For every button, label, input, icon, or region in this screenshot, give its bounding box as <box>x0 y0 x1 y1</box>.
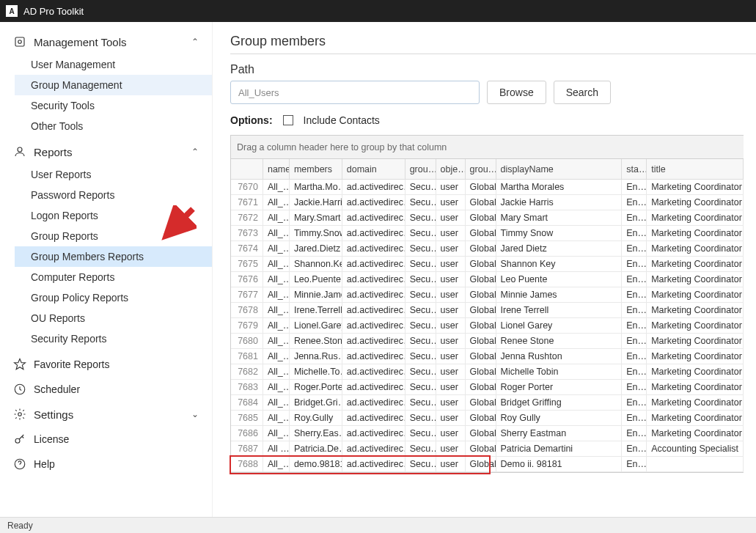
cell: Secu… <box>405 272 436 287</box>
cell: Lionel.Garey <box>290 318 342 333</box>
cell: 7685 <box>231 411 263 425</box>
cell: Global <box>466 287 496 302</box>
cell: En… <box>622 380 647 394</box>
column-header[interactable]: sta… <box>622 159 647 179</box>
svg-point-5 <box>18 413 22 416</box>
table-row[interactable]: 7684All_…Bridget.Gri…ad.activedirec…Secu… <box>231 395 744 411</box>
cell: ad.activedirec… <box>342 334 405 348</box>
table-row[interactable]: 7683All_…Roger.Porterad.activedirec…Secu… <box>231 380 744 395</box>
cell: Shannon.Key <box>290 257 342 271</box>
nav-management-tools[interactable]: Management Tools ⌃ <box>0 29 212 54</box>
cell: En… <box>622 257 647 271</box>
cell: user <box>436 318 466 333</box>
browse-button[interactable]: Browse <box>487 81 546 104</box>
status-bar: Ready <box>0 517 756 533</box>
cell: ad.activedirec… <box>342 287 405 302</box>
cell: All_… <box>263 272 290 287</box>
cell: Secu… <box>405 180 436 194</box>
cell: All_… <box>263 380 290 394</box>
cell: All_… <box>263 364 290 379</box>
cell: ad.activedirec… <box>342 457 405 471</box>
column-header[interactable]: grou… <box>466 159 496 179</box>
sidebar-item-logon-reports[interactable]: Logon Reports <box>15 205 212 226</box>
table-row[interactable]: 7687All …Patricia.De…ad.activedirec…Secu… <box>231 441 744 457</box>
sidebar-item-security-tools[interactable]: Security Tools <box>15 95 212 116</box>
cell: ad.activedirec… <box>342 241 405 256</box>
sidebar-item-group-policy-reports[interactable]: Group Policy Reports <box>15 287 212 308</box>
table-row[interactable]: 7672All_…Mary.Smartad.activedirec…Secu…u… <box>231 210 744 226</box>
cell: Global <box>466 257 496 271</box>
table-row[interactable]: 7686All_…Sherry.Eas…ad.activedirec…Secu…… <box>231 426 744 441</box>
nav-reports-label: Reports <box>34 146 73 158</box>
include-contacts-label: Include Contacts <box>304 114 380 126</box>
grid-group-hint[interactable]: Drag a column header here to group by th… <box>231 136 744 159</box>
include-contacts-checkbox[interactable] <box>283 115 293 125</box>
sidebar-item-group-members-reports[interactable]: Group Members Reports <box>15 246 212 267</box>
cell: Renee.Stone <box>290 334 342 348</box>
sidebar-item-ou-reports[interactable]: OU Reports <box>15 308 212 328</box>
cell: 7684 <box>231 395 263 410</box>
cell: Marketing Coordinator <box>647 395 744 410</box>
search-button[interactable]: Search <box>554 81 611 104</box>
nav-settings[interactable]: Settings ⌄ <box>0 402 212 427</box>
cell: Marketing Coordinator <box>647 426 744 441</box>
nav-scheduler[interactable]: Scheduler <box>0 377 212 402</box>
cell: user <box>436 457 466 471</box>
column-header[interactable]: grou… <box>405 159 436 179</box>
column-header[interactable]: obje… <box>436 159 466 179</box>
sidebar-item-user-reports[interactable]: User Reports <box>15 164 212 185</box>
column-header[interactable] <box>231 159 263 179</box>
table-row[interactable]: 7678All_…Irene.Terrellad.activedirec…Sec… <box>231 303 744 318</box>
cell: Marketing Coordinator <box>647 287 744 302</box>
cell: Global <box>466 195 496 210</box>
table-row[interactable]: 7673All_…Timmy.Snowad.activedirec…Secu…u… <box>231 226 744 241</box>
column-header[interactable]: title <box>647 159 744 179</box>
cell: En… <box>622 349 647 364</box>
cell: Secu… <box>405 303 436 317</box>
table-row[interactable]: 7685All_…Roy.Gullyad.activedirec…Secu…us… <box>231 411 744 426</box>
sidebar-item-group-management[interactable]: Group Management <box>15 75 212 95</box>
app-title: AD Pro Toolkit <box>23 6 84 17</box>
sidebar-item-security-reports[interactable]: Security Reports <box>15 328 212 349</box>
column-header[interactable]: displayName <box>496 159 623 179</box>
table-row[interactable]: 7670All_…Martha.Mo…ad.activedirec…Secu…u… <box>231 180 744 195</box>
cell: Global <box>466 303 496 317</box>
cell: En… <box>622 226 647 240</box>
nav-favorite-reports[interactable]: Favorite Reports <box>0 352 212 377</box>
cell: Martha Morales <box>496 180 623 194</box>
cell: 7678 <box>231 303 263 317</box>
table-row[interactable]: 7680All_…Renee.Stonead.activedirec…Secu…… <box>231 334 744 349</box>
sidebar-item-group-reports[interactable]: Group Reports <box>15 226 212 246</box>
cell: En… <box>622 241 647 256</box>
sidebar-item-password-reports[interactable]: Password Reports <box>15 185 212 205</box>
column-header[interactable]: name <box>263 159 290 179</box>
cell: Secu… <box>405 441 436 456</box>
cell: All_… <box>263 195 290 210</box>
nav-help[interactable]: Help <box>0 452 212 477</box>
sidebar-item-user-management[interactable]: User Management <box>15 54 212 75</box>
table-row[interactable]: 7679All_…Lionel.Gareyad.activedirec…Secu… <box>231 318 744 334</box>
cell: En… <box>622 457 647 471</box>
table-row[interactable]: 7677All_…Minnie.Jamesad.activedirec…Secu… <box>231 287 744 303</box>
cell: demo.98181 <box>290 457 342 471</box>
sidebar-item-other-tools[interactable]: Other Tools <box>15 116 212 136</box>
path-input[interactable] <box>230 81 480 104</box>
sidebar-item-computer-reports[interactable]: Computer Reports <box>15 267 212 287</box>
cell: ad.activedirec… <box>342 272 405 287</box>
table-row[interactable]: 7674All_…Jared.Dietzad.activedirec…Secu…… <box>231 241 744 257</box>
column-header[interactable]: domain <box>342 159 405 179</box>
cell: Marketing Coordinator <box>647 349 744 364</box>
cell: Marketing Coordinator <box>647 210 744 225</box>
nav-reports[interactable]: Reports ⌃ <box>0 139 212 164</box>
column-header[interactable]: members <box>290 159 342 179</box>
chevron-down-icon: ⌄ <box>191 409 199 419</box>
table-row[interactable]: 7682All_…Michelle.To…ad.activedirec…Secu… <box>231 364 744 380</box>
nav-license[interactable]: License <box>0 427 212 452</box>
cell: All_… <box>263 287 290 302</box>
table-row[interactable]: 7688All_…demo.98181ad.activedirec…Secu…u… <box>231 457 744 472</box>
table-row[interactable]: 7671All_…Jackie.Harrisad.activedirec…Sec… <box>231 195 744 210</box>
table-row[interactable]: 7681All_…Jenna.Rus…ad.activedirec…Secu…u… <box>231 349 744 364</box>
table-row[interactable]: 7675All_…Shannon.Keyad.activedirec…Secu…… <box>231 257 744 272</box>
table-row[interactable]: 7676All_…Leo.Puentead.activedirec…Secu…u… <box>231 272 744 287</box>
data-grid[interactable]: Drag a column header here to group by th… <box>230 135 744 473</box>
